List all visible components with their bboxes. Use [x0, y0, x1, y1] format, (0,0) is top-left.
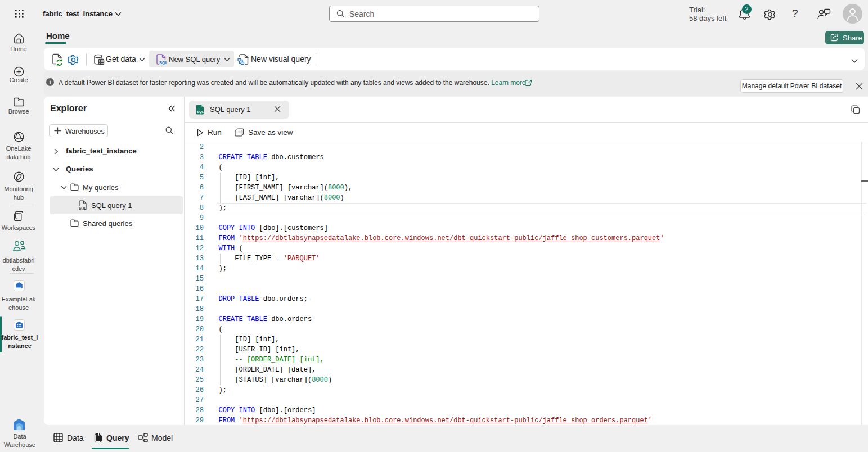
svg-text:SQL: SQL — [159, 60, 167, 65]
svg-text:SQL: SQL — [79, 206, 86, 211]
